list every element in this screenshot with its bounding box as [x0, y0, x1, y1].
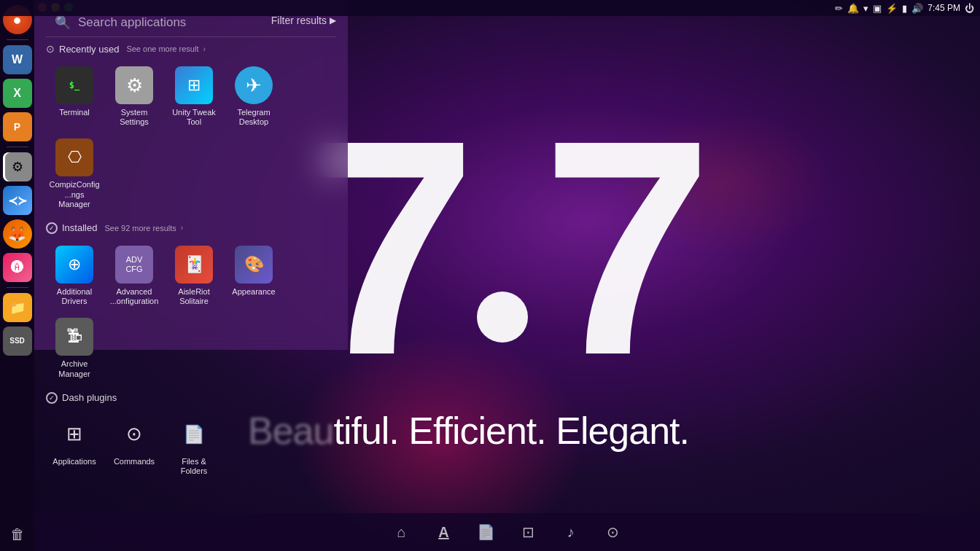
dash-plugin-commands[interactable]: ⊙ Commands [106, 411, 163, 480]
app-advanced-config[interactable]: ADVCFG Advanced ...onfiguration [106, 241, 163, 310]
search-icon: 🔍 [55, 15, 71, 31]
power-icon[interactable]: ⏻ [965, 3, 974, 14]
files-folders-plugin-icon-box: 📄 [175, 415, 213, 453]
system-settings-label: System Settings [109, 108, 160, 127]
advanced-config-icon-box: ADVCFG [115, 246, 153, 284]
taskbar-font[interactable]: A [434, 522, 454, 542]
applications-plugin-label: Applications [52, 457, 96, 466]
status-right-items: ✏ 🔔 ▾ ▣ ⚡ ▮ 🔊 7:45 PM ⏻ [835, 3, 974, 14]
applications-plugin-icon-box: ⊞ [55, 415, 93, 453]
recently-used-arrow: › [203, 45, 205, 53]
text-editor-icon: W [12, 53, 23, 66]
number-second: 7 [542, 95, 699, 401]
desktop-version-number: 7 7 [306, 95, 698, 401]
files-folders-plugin-icon: 📄 [183, 424, 205, 445]
app-telegram[interactable]: ✈ Telegram Desktop [225, 62, 282, 131]
files-icon: 📁 [9, 300, 26, 316]
firefox-icon: 🦊 [8, 225, 26, 243]
display-icon: ▣ [873, 3, 882, 14]
filter-results-button[interactable]: Filter results ▶ [271, 15, 336, 26]
installed-label: Installed [62, 222, 97, 233]
ssd-icon: SSD [9, 337, 25, 345]
dash-plugins-header: ✓ Dash plugins [46, 392, 336, 404]
volume-icon: 🔊 [911, 3, 923, 14]
app-unity-tweak[interactable]: ⊞ Unity Tweak Tool [166, 62, 222, 131]
taskbar: ⌂ A 📄 ⊡ ♪ ⊙ [34, 513, 980, 551]
battery-icon: ▮ [902, 3, 907, 14]
recently-used-header: ⊙ Recently used See one more result › [46, 43, 336, 55]
dash-plugins-check-icon: ✓ [46, 392, 58, 404]
commands-plugin-label: Commands [114, 457, 155, 466]
battery-charging-icon: ⚡ [886, 3, 898, 14]
sidebar-divider-2 [7, 146, 28, 147]
trash-icon: 🗑 [10, 526, 25, 543]
spreadsheet-icon: X [13, 87, 21, 100]
telegram-icon-box: ✈ [235, 66, 273, 104]
commands-plugin-icon: ⊙ [126, 423, 142, 445]
network-icon: ▾ [863, 3, 868, 14]
app-aisle-riot[interactable]: 🃏 AisleRiot Solitaire [166, 241, 222, 310]
installed-header: ✓ Installed See 92 more results › [46, 222, 336, 234]
taskbar-music[interactable]: ♪ [561, 522, 581, 542]
app-archive-manager[interactable]: 🗜 Archive Manager [46, 313, 103, 383]
advanced-config-label: Advanced ...onfiguration [109, 287, 160, 306]
appearance-icon-box: 🎨 [235, 246, 273, 284]
git-icon: ≺≻ [8, 194, 27, 208]
archive-manager-icon-box: 🗜 [55, 318, 93, 356]
installed-arrow: › [181, 224, 183, 232]
unity-tweak-label: Unity Tweak Tool [168, 108, 219, 127]
recently-used-label: Recently used [59, 44, 119, 55]
taskbar-camera[interactable]: ⊙ [603, 522, 623, 542]
sidebar-item-text-editor[interactable]: W [3, 45, 32, 74]
impress-icon: P [14, 121, 20, 133]
terminal-icon-box: $_ [55, 66, 93, 104]
installed-more[interactable]: See 92 more results [104, 224, 176, 232]
sidebar-item-system-settings[interactable]: ⚙ [3, 152, 32, 181]
system-settings-icon: ⚙ [12, 159, 23, 175]
sidebar-divider-3 [7, 287, 28, 288]
dash-panel: 🔍 Filter results ▶ ⊙ Recently used See o… [34, 0, 348, 335]
taskbar-file[interactable]: 📄 [476, 522, 497, 542]
software-center-icon: 🅐 [11, 260, 24, 276]
aisle-riot-label: AisleRiot Solitaire [168, 287, 219, 306]
additional-drivers-icon-box: ⊕ [55, 246, 93, 284]
sidebar-item-ssd[interactable]: SSD [3, 327, 32, 356]
sidebar-item-files[interactable]: 📁 [3, 293, 32, 322]
sidebar-item-git[interactable]: ≺≻ [3, 186, 32, 215]
telegram-label: Telegram Desktop [228, 108, 279, 127]
clock: 7:45 PM [928, 3, 960, 13]
recently-used-grid: $_ Terminal ⚙ System Settings ⊞ Unity Tw… [46, 62, 336, 214]
bell-icon: 🔔 [847, 3, 859, 14]
sidebar-item-software-center[interactable]: 🅐 [3, 253, 32, 282]
sidebar-item-impress[interactable]: P [3, 112, 32, 141]
system-settings-icon-box: ⚙ [115, 66, 153, 104]
dash-plugins-label: Dash plugins [62, 392, 117, 403]
dash-plugins-grid: ⊞ Applications ⊙ Commands 📄 Files & Fold… [46, 411, 336, 480]
appearance-label: Appearance [232, 287, 275, 297]
installed-check-icon: ✓ [46, 222, 58, 234]
sidebar-divider-1 [7, 39, 28, 40]
pencil-icon: ✏ [835, 3, 843, 14]
terminal-label: Terminal [59, 108, 90, 117]
app-system-settings[interactable]: ⚙ System Settings [106, 62, 163, 131]
taskbar-home[interactable]: ⌂ [392, 522, 412, 542]
taskbar-screenshot[interactable]: ⊡ [518, 522, 539, 542]
installed-grid: ⊕ Additional Drivers ADVCFG Advanced ...… [46, 241, 336, 383]
dash-plugin-files-folders[interactable]: 📄 Files & Folders [166, 411, 222, 480]
sidebar: ● W X P ⚙ ≺≻ 🦊 🅐 📁 SSD 🗑 [0, 0, 34, 551]
sidebar-item-spreadsheet[interactable]: X [3, 79, 32, 108]
sidebar-item-firefox[interactable]: 🦊 [3, 219, 32, 249]
recently-used-icon: ⊙ [46, 43, 55, 55]
filter-results-label: Filter results [271, 15, 327, 26]
app-appearance[interactable]: 🎨 Appearance [225, 241, 282, 310]
dash-plugin-applications[interactable]: ⊞ Applications [46, 411, 103, 480]
app-compiz[interactable]: ⎔ CompizConfig ...ngs Manager [46, 134, 103, 214]
app-additional-drivers[interactable]: ⊕ Additional Drivers [46, 241, 103, 310]
filter-arrow-icon: ▶ [330, 15, 336, 26]
number-dot [477, 292, 528, 343]
status-bar: ✏ 🔔 ▾ ▣ ⚡ ▮ 🔊 7:45 PM ⏻ [0, 0, 980, 16]
sidebar-item-trash[interactable]: 🗑 [3, 520, 32, 549]
archive-manager-label: Archive Manager [49, 359, 100, 378]
app-terminal[interactable]: $_ Terminal [46, 62, 103, 131]
recently-used-more[interactable]: See one more result [126, 44, 198, 53]
